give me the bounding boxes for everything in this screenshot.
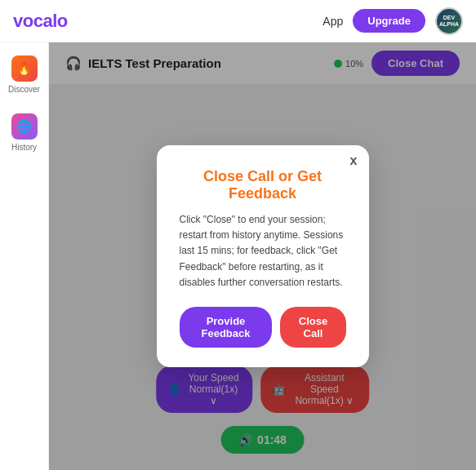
discover-icon: 🔥 (11, 55, 38, 82)
avatar: DEV ALPHA (435, 7, 463, 35)
sidebar-item-history-label: History (11, 143, 37, 152)
logo: vocalo (13, 11, 68, 32)
main-layout: 🔥 Discover 🌐 History 🎧 IELTS Test Prepar… (0, 42, 476, 470)
logo-text: vocalo (13, 11, 68, 32)
history-icon: 🌐 (11, 113, 38, 140)
modal: x Close Call or Get Feedback Click "Clos… (157, 145, 369, 367)
modal-body: Click "Close" to end your session; resta… (180, 212, 346, 290)
modal-close-button[interactable]: x (350, 153, 358, 168)
navbar-right: App Upgrade DEV ALPHA (323, 7, 463, 35)
navbar: vocalo App Upgrade DEV ALPHA (0, 0, 476, 42)
upgrade-button[interactable]: Upgrade (353, 9, 425, 33)
modal-overlay: x Close Call or Get Feedback Click "Clos… (49, 42, 476, 470)
content-area: 🎧 IELTS Test Preparation 10% Close Chat … (49, 42, 476, 470)
sidebar-item-history[interactable]: 🌐 History (11, 113, 38, 152)
sidebar-item-discover[interactable]: 🔥 Discover (8, 55, 40, 94)
sidebar-item-discover-label: Discover (8, 85, 40, 94)
sidebar: 🔥 Discover 🌐 History (0, 42, 49, 470)
modal-title: Close Call or Get Feedback (180, 168, 346, 202)
close-call-button[interactable]: Close Call (280, 307, 345, 348)
provide-feedback-button[interactable]: Provide Feedback (180, 307, 273, 348)
app-link[interactable]: App (323, 15, 343, 28)
modal-actions: Provide Feedback Close Call (180, 307, 346, 348)
